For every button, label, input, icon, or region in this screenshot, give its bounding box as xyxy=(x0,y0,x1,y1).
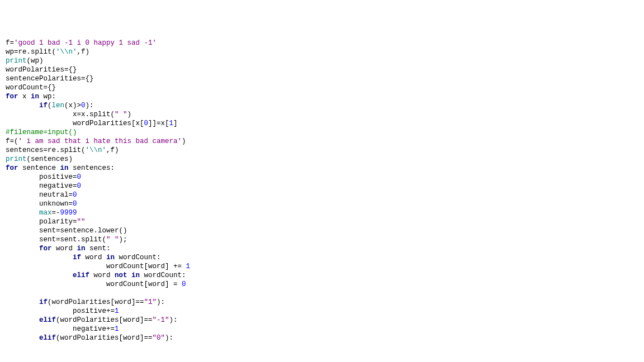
code-line: sentencePolarities={} xyxy=(6,75,94,83)
code-line: unknown=0 xyxy=(6,200,77,208)
code-line: print(sentences) xyxy=(6,155,73,163)
code-line: wordCount[word] = 0 xyxy=(6,280,186,288)
code-line: sentences=re.split('\\n',f) xyxy=(6,146,119,154)
code-line: if(wordPolarities[word]=="1"): xyxy=(6,298,165,306)
code-line: wordCount={} xyxy=(6,84,56,92)
code-line: polarity="" xyxy=(6,218,86,226)
code-line: wp=re.split('\\n',f) xyxy=(6,48,89,56)
code-line: max=-9999 xyxy=(6,209,77,217)
code-block: f='good 1 bad -1 i 0 happy 1 sad -1' wp=… xyxy=(6,39,638,342)
code-line: if word in wordCount: xyxy=(6,254,161,261)
code-line: x=x.split(" ") xyxy=(6,111,131,118)
code-line: f='good 1 bad -1 i 0 happy 1 sad -1' xyxy=(6,39,157,47)
code-line: for x in wp: xyxy=(6,93,56,101)
code-line: positive=0 xyxy=(6,173,81,181)
code-line: #filename=input() xyxy=(6,128,77,136)
code-line: wordPolarities[x[0]]=x[1] xyxy=(6,120,178,127)
code-line: wordPolarities={} xyxy=(6,66,77,74)
code-line: sent=sentence.lower() xyxy=(6,227,127,235)
code-line: print(wp) xyxy=(6,57,44,65)
code-line: neutral=0 xyxy=(6,191,77,199)
code-line: f=(' i am sad that i hate this bad camer… xyxy=(6,137,186,145)
code-line: if(len(x)>0): xyxy=(6,102,94,109)
code-line: elif(wordPolarities[word]=="0"): xyxy=(6,334,173,342)
code-line: wordCount[word] += 1 xyxy=(6,263,190,270)
code-line: for word in sent: xyxy=(6,245,111,253)
code-line: elif word not in wordCount: xyxy=(6,272,186,279)
code-line: negative+=1 xyxy=(6,325,119,333)
code-line: elif(wordPolarities[word]=="-1"): xyxy=(6,316,178,324)
code-line: positive+=1 xyxy=(6,307,119,315)
code-line: sent=sent.split(" "); xyxy=(6,236,127,244)
code-line: for sentence in sentences: xyxy=(6,164,115,172)
code-line: negative=0 xyxy=(6,182,81,190)
